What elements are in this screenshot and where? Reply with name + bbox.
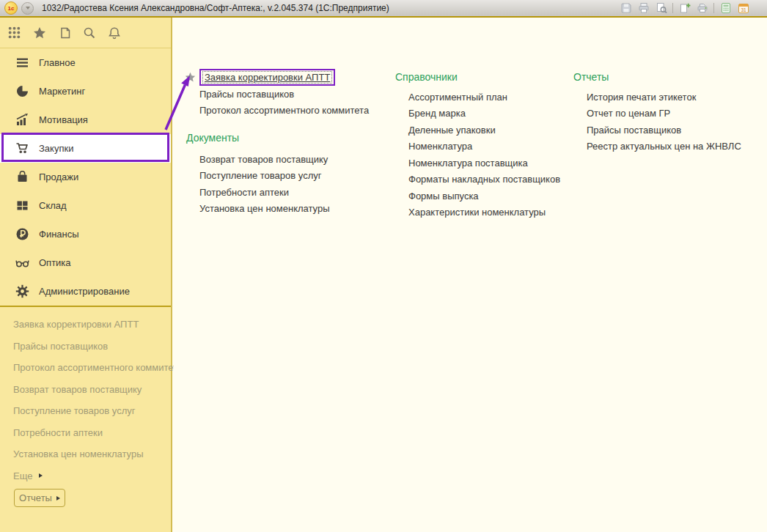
command-link[interactable]: История печати этикеток xyxy=(572,89,741,106)
column-reports: Отчеты История печати этикеток Отчет по … xyxy=(572,68,741,155)
command-link[interactable]: Бренд марка xyxy=(394,106,560,122)
bag-icon xyxy=(15,170,29,184)
chevron-down-icon xyxy=(26,7,30,10)
gear-icon xyxy=(15,284,29,298)
favorite-star-icon[interactable] xyxy=(185,72,196,83)
menu-icon xyxy=(15,56,29,70)
sidebar-item-label: Главное xyxy=(39,57,76,68)
sidebar-item-label: Продажи xyxy=(39,171,78,182)
ruble-icon xyxy=(15,227,29,241)
glasses-icon xyxy=(15,256,29,270)
command-link[interactable]: Ассортиментный план xyxy=(394,89,560,106)
quick-link[interactable]: Поступление товаров услуг xyxy=(13,400,171,422)
command-link[interactable]: Прайсы поставщиков xyxy=(185,86,369,103)
favorites-star-icon[interactable] xyxy=(32,26,46,40)
quick-link[interactable]: Потребности аптеки xyxy=(13,422,171,444)
sidebar-item-finansy[interactable]: Финансы xyxy=(0,220,171,248)
sidebar-item-motivaciya[interactable]: Мотивация xyxy=(0,106,171,134)
calendar-day: 31 xyxy=(741,7,746,12)
notifications-bell-icon[interactable] xyxy=(107,26,121,40)
save-icon[interactable] xyxy=(620,1,632,14)
calendar-icon[interactable]: 31 xyxy=(737,1,749,14)
quick-link[interactable]: Протокол ассортиментного коммитета xyxy=(13,357,171,379)
window-title: 1032/Радостева Ксения Александровна/Софт… xyxy=(42,3,389,13)
section-header-reports: Отчеты xyxy=(572,68,741,86)
print-icon[interactable] xyxy=(637,1,650,14)
sidebar-item-optika[interactable]: Оптика xyxy=(0,248,171,277)
quick-link[interactable]: Установка цен номенклатуры xyxy=(13,443,171,465)
command-link[interactable]: Деленные упаковки xyxy=(394,122,560,138)
growth-chart-icon xyxy=(15,113,29,127)
chevron-right-icon xyxy=(56,496,60,500)
calculator-icon[interactable] xyxy=(719,1,732,14)
search-icon[interactable] xyxy=(82,26,96,40)
sidebar-item-label: Закупки xyxy=(39,143,73,154)
sidebar-item-label: Оптика xyxy=(39,257,71,268)
starred-link-row: Заявка корректировки АПТТ xyxy=(185,68,369,86)
annotation-highlight-box: Заявка корректировки АПТТ xyxy=(199,69,335,86)
sidebar-item-label: Мотивация xyxy=(39,114,88,125)
command-link[interactable]: Потребности аптеки xyxy=(185,184,369,201)
sidebar-item-administrirovanie[interactable]: Администрирование xyxy=(0,277,171,306)
warehouse-icon xyxy=(15,199,29,213)
history-icon[interactable] xyxy=(57,26,71,40)
sidebar-nav: Главное Маркетинг Мотивация Закупки Прод… xyxy=(0,48,171,306)
reports-button-label: Отчеты xyxy=(19,492,52,503)
print-preview-icon[interactable] xyxy=(655,1,667,14)
sidebar-item-label: Финансы xyxy=(39,229,79,240)
sidebar-quick-links: Заявка корректировки АПТТ Прайсы поставщ… xyxy=(0,307,171,487)
more-label: Еще xyxy=(13,470,32,481)
sidebar-item-glavnoe[interactable]: Главное xyxy=(0,48,171,77)
quick-link[interactable]: Возврат товаров поставщику xyxy=(13,379,171,401)
cart-icon xyxy=(15,141,29,155)
command-link[interactable]: Номенклатура xyxy=(394,138,560,155)
section-header-documents: Документы xyxy=(185,129,369,147)
sidebar-item-label: Склад xyxy=(39,200,67,211)
main-menu-button[interactable] xyxy=(21,2,34,15)
sidebar-item-sklad[interactable]: Склад xyxy=(0,191,171,220)
quick-link[interactable]: Прайсы поставщиков xyxy=(13,336,171,358)
quick-link[interactable]: Заявка корректировки АПТТ xyxy=(13,314,171,336)
column-documents: Заявка корректировки АПТТ Прайсы поставщ… xyxy=(185,68,369,217)
command-link[interactable]: Поступление товаров услуг xyxy=(185,168,369,185)
sidebar: Главное Маркетинг Мотивация Закупки Прод… xyxy=(0,18,172,532)
sidebar-item-label: Администрирование xyxy=(39,286,130,297)
fax-icon[interactable] xyxy=(696,1,708,14)
spacer xyxy=(185,119,369,129)
section-header-catalogs: Справочники xyxy=(394,68,560,86)
app-logo-icon: 1c xyxy=(4,1,18,15)
command-link[interactable]: Форматы накладных поставщиков xyxy=(394,171,560,188)
command-link[interactable]: Возврат товаров поставщику xyxy=(185,151,369,168)
sidebar-item-zakupki[interactable]: Закупки xyxy=(0,134,171,163)
more-button[interactable]: Еще xyxy=(13,465,171,487)
apps-grid-icon[interactable] xyxy=(7,26,21,40)
command-link[interactable]: Протокол ассортиментного коммитета xyxy=(185,103,369,119)
command-link[interactable]: Прайсы поставщиков xyxy=(572,122,741,138)
column-catalogs: Справочники Ассортиментный план Бренд ма… xyxy=(394,68,560,221)
window-titlebar: 1c 1032/Радостева Ксения Александровна/С… xyxy=(0,0,767,16)
chevron-right-icon xyxy=(39,473,43,478)
command-link[interactable]: Формы выпуска xyxy=(394,188,560,204)
link-zayavka-korrektirovki-aptt[interactable]: Заявка корректировки АПТТ xyxy=(202,71,332,84)
pie-chart-icon xyxy=(15,84,29,98)
command-link[interactable]: Номенклатура поставщика xyxy=(394,155,560,171)
app-window: 1c 1032/Радостева Ксения Александровна/С… xyxy=(0,0,767,532)
toolbar-separator xyxy=(672,3,673,13)
command-link[interactable]: Характеристики номенклатуры xyxy=(394,204,560,221)
command-link[interactable]: Установка цен номенклатуры xyxy=(185,201,369,218)
toolbar-separator xyxy=(713,3,714,13)
sidebar-item-label: Маркетинг xyxy=(39,86,85,97)
file-add-icon[interactable] xyxy=(678,1,691,14)
titlebar-toolbar: 31 xyxy=(620,1,749,14)
sidebar-item-marketing[interactable]: Маркетинг xyxy=(0,77,171,106)
reports-button[interactable]: Отчеты xyxy=(14,489,65,507)
sidebar-item-prodazhi[interactable]: Продажи xyxy=(0,163,171,191)
sidebar-toolbar xyxy=(0,18,171,48)
command-link[interactable]: Отчет по ценам ГР xyxy=(572,106,741,122)
command-link[interactable]: Реестр актуальных цен на ЖНВЛС xyxy=(572,138,741,155)
